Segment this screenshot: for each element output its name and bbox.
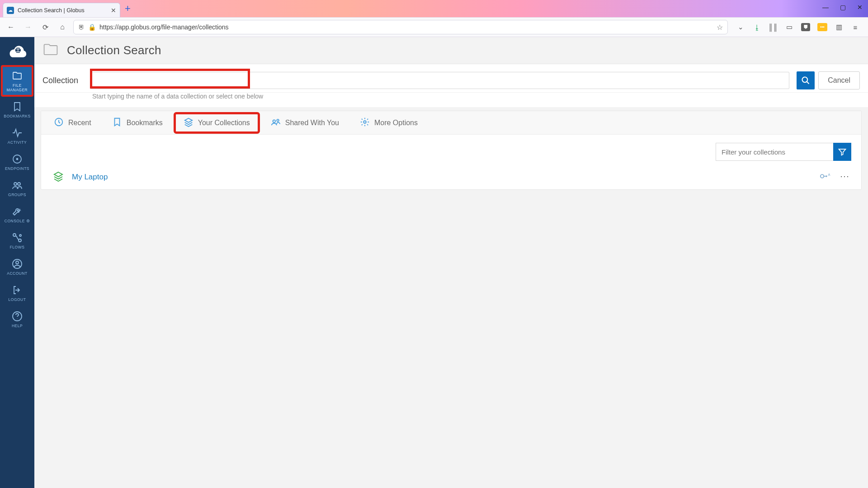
sidebar-item-label: ENDPOINTS bbox=[5, 166, 29, 171]
sidebar-item-flows[interactable]: FLOWS bbox=[2, 228, 33, 253]
clock-icon bbox=[54, 117, 64, 129]
search-button[interactable] bbox=[797, 71, 815, 89]
url-box[interactable]: ⛨ 🔒 https://app.globus.org/file-manager/… bbox=[73, 20, 728, 34]
svg-point-2 bbox=[17, 159, 18, 160]
sidebar-item-label: FLOWS bbox=[10, 245, 25, 249]
sidebar-item-label: LOGOUT bbox=[9, 297, 26, 302]
collection-link[interactable]: My Laptop bbox=[72, 173, 108, 182]
pulse-icon bbox=[12, 127, 23, 138]
sidebar-item-groups[interactable]: GROUPS bbox=[2, 175, 33, 201]
tab-shared-with-you[interactable]: Shared With You bbox=[263, 114, 347, 132]
sidebar-item-help[interactable]: HELP bbox=[2, 306, 33, 332]
sidebar-item-label: GROUPS bbox=[8, 192, 26, 197]
reload-button[interactable]: ⟳ bbox=[39, 21, 52, 33]
ublock-icon[interactable]: ⛊ bbox=[801, 23, 810, 31]
tab-strip: ☁ Collection Search | Globus ✕ + — ▢ ✕ bbox=[0, 0, 868, 17]
tab-label: Shared With You bbox=[285, 119, 339, 127]
svg-point-10 bbox=[16, 261, 19, 264]
svg-point-14 bbox=[273, 120, 275, 122]
forward-button[interactable]: → bbox=[22, 21, 34, 33]
downloads-icon[interactable]: ⭳ bbox=[752, 23, 761, 32]
svg-text:A: A bbox=[828, 173, 830, 177]
shield-icon: ⛨ bbox=[78, 23, 85, 31]
sidebar-item-label: ACCOUNT bbox=[7, 271, 28, 276]
page-header: Collection Search bbox=[34, 37, 868, 64]
filter-collections-input[interactable] bbox=[716, 143, 833, 161]
app-menu-icon[interactable]: ≡ bbox=[851, 23, 860, 32]
home-button[interactable]: ⌂ bbox=[56, 21, 69, 33]
svg-point-16 bbox=[363, 121, 366, 123]
tab-more-options[interactable]: More Options bbox=[352, 114, 426, 132]
folder-icon bbox=[12, 70, 23, 81]
app-sidebar: FILE MANAGERBOOKMARKSACTIVITYENDPOINTSGR… bbox=[0, 37, 34, 488]
circle-dot-icon bbox=[12, 154, 23, 164]
collection-search-row: Collection Cancel bbox=[34, 64, 868, 93]
maximize-button[interactable]: ▢ bbox=[838, 4, 847, 11]
results-panel: RecentBookmarksYour CollectionsShared Wi… bbox=[41, 111, 862, 190]
library-icon[interactable]: ║║ bbox=[769, 23, 778, 32]
bookmark-icon bbox=[112, 117, 122, 129]
sidebar-item-label: FILE MANAGER bbox=[2, 83, 33, 92]
sidebar-item-bookmarks[interactable]: BOOKMARKS bbox=[2, 97, 33, 122]
sidebar-item-label: CONSOLE ⚙ bbox=[5, 219, 30, 223]
filter-button[interactable] bbox=[833, 143, 851, 161]
tab-recent[interactable]: Recent bbox=[46, 114, 99, 132]
result-actions: A⋮ bbox=[820, 172, 849, 182]
search-hint: Start typing the name of a data collecti… bbox=[34, 93, 868, 107]
svg-point-4 bbox=[18, 183, 20, 185]
svg-point-3 bbox=[14, 183, 17, 185]
svg-text:A: A bbox=[19, 208, 21, 212]
svg-point-17 bbox=[821, 174, 824, 178]
svg-point-8 bbox=[19, 235, 21, 236]
filter-tabs: RecentBookmarksYour CollectionsShared Wi… bbox=[41, 111, 861, 135]
sidebar-item-file-manager[interactable]: FILE MANAGER bbox=[2, 66, 33, 96]
bookmark-star-icon[interactable]: ☆ bbox=[717, 23, 723, 32]
tab-title: Collection Search | Globus bbox=[18, 7, 85, 14]
bookmark-icon bbox=[12, 101, 23, 112]
folder-search-icon bbox=[42, 42, 59, 59]
tab-bookmarks[interactable]: Bookmarks bbox=[104, 114, 171, 132]
close-tab-icon[interactable]: ✕ bbox=[111, 7, 116, 14]
svg-point-12 bbox=[802, 77, 808, 83]
flow-icon bbox=[12, 232, 23, 243]
more-actions-icon[interactable]: ⋮ bbox=[840, 172, 849, 182]
minimize-button[interactable]: — bbox=[821, 4, 830, 11]
browser-tab[interactable]: ☁ Collection Search | Globus ✕ bbox=[3, 3, 120, 17]
collection-label: Collection bbox=[42, 76, 83, 85]
collection-search-input[interactable] bbox=[90, 72, 789, 89]
results-list: My LaptopA⋮ bbox=[41, 164, 861, 189]
globus-logo[interactable] bbox=[0, 37, 34, 65]
back-button[interactable]: ← bbox=[5, 21, 17, 33]
tab-label: Your Collections bbox=[198, 119, 250, 127]
sidebar-toggle-icon[interactable]: ▥ bbox=[835, 23, 844, 32]
layers-icon bbox=[53, 171, 64, 183]
logout-icon bbox=[12, 285, 23, 296]
filter-row bbox=[41, 135, 861, 164]
browser-toolbar-icons: ⌄ ⭳ ║║ ▭ ⛊ ••• ▥ ≡ bbox=[732, 23, 863, 32]
app-root: FILE MANAGERBOOKMARKSACTIVITYENDPOINTSGR… bbox=[0, 37, 868, 488]
help-icon bbox=[12, 311, 23, 322]
cancel-button[interactable]: Cancel bbox=[818, 71, 860, 89]
sidebar-item-logout[interactable]: LOGOUT bbox=[2, 280, 33, 305]
new-tab-button[interactable]: + bbox=[125, 3, 131, 14]
sidebar-item-endpoints[interactable]: ENDPOINTS bbox=[2, 149, 33, 174]
window-controls: — ▢ ✕ bbox=[821, 4, 864, 11]
credentials-icon[interactable]: A bbox=[820, 172, 831, 182]
sidebar-item-label: BOOKMARKS bbox=[4, 114, 30, 118]
tab-label: Recent bbox=[68, 119, 91, 127]
url-text: https://app.globus.org/file-manager/coll… bbox=[99, 23, 229, 31]
page-wrapper: Collection Search Collection Cancel Star… bbox=[34, 37, 868, 488]
close-window-button[interactable]: ✕ bbox=[855, 4, 864, 11]
reader-icon[interactable]: ▭ bbox=[785, 23, 794, 32]
lock-icon: 🔒 bbox=[88, 23, 96, 31]
pocket-icon[interactable]: ⌄ bbox=[736, 23, 745, 32]
user-circle-icon bbox=[12, 258, 23, 269]
wrench-icon: A bbox=[12, 206, 23, 217]
extension-badge[interactable]: ••• bbox=[817, 23, 827, 31]
tab-label: More Options bbox=[374, 119, 418, 127]
sidebar-item-console-[interactable]: ACONSOLE ⚙ bbox=[2, 202, 33, 227]
tab-your-collections[interactable]: Your Collections bbox=[175, 114, 258, 132]
svg-point-15 bbox=[277, 119, 279, 122]
sidebar-item-activity[interactable]: ACTIVITY bbox=[2, 123, 33, 148]
sidebar-item-account[interactable]: ACCOUNT bbox=[2, 254, 33, 279]
